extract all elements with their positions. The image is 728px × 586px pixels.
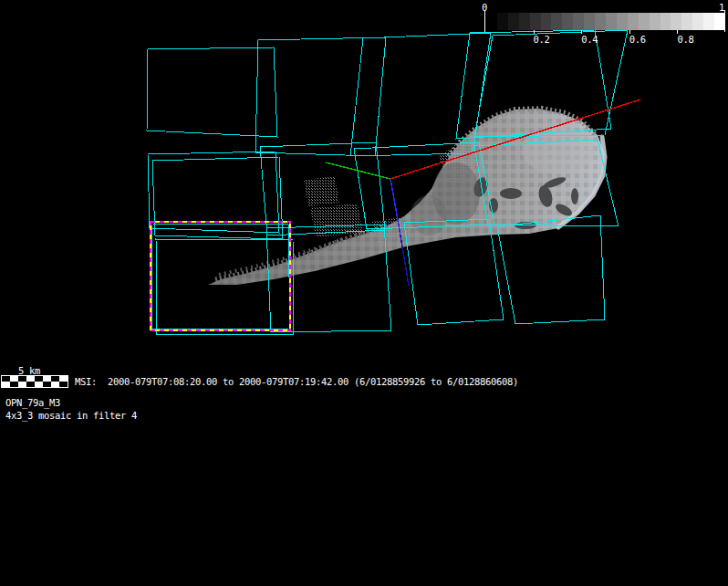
colorbar-step <box>617 13 628 30</box>
colorbar-step <box>584 13 595 30</box>
scalebar-cell <box>51 382 59 387</box>
colorbar-step <box>497 13 508 30</box>
colorbar-max-label: 1 <box>717 1 726 14</box>
frame-2-1b[interactable] <box>152 157 283 239</box>
scalebar-cell <box>43 382 51 387</box>
colorbar-tick-label: 0.8 <box>677 34 693 45</box>
frame-1-2[interactable] <box>255 37 386 156</box>
scalebar-cell <box>35 382 43 387</box>
colorbar-step <box>595 13 606 30</box>
scalebar-cell <box>2 382 10 387</box>
colorbar-step <box>703 13 714 30</box>
colorbar-tick-label: 0.4 <box>581 34 598 45</box>
scalebar-cell <box>59 382 68 387</box>
colorbar-step <box>681 13 692 30</box>
msi-mosaic-display: 0 1 0.20.40.60.8 5 km MSI: 2000-079T07:0… <box>0 0 728 586</box>
scalebar-cell <box>10 382 18 387</box>
colorbar-step <box>639 13 650 30</box>
mosaic-canvas <box>0 0 728 586</box>
colorbar-step <box>650 13 660 30</box>
mosaic-description: 4x3_3 mosaic in filter 4 <box>5 409 137 422</box>
colorbar-step <box>519 13 530 30</box>
colorbar-gradient <box>486 13 725 30</box>
frame-2-1[interactable] <box>148 152 279 233</box>
colorbar-step <box>671 13 681 30</box>
sequence-id: OPN_79a_M3 <box>5 396 60 409</box>
colorbar-step <box>486 13 497 30</box>
colorbar-step <box>692 13 703 30</box>
frame-3-1b[interactable] <box>156 239 294 334</box>
status-line: MSI: 2000-079T07:08:20.00 to 2000-079T07… <box>75 375 518 388</box>
colorbar-min-label: 0 <box>479 1 490 14</box>
colorbar-step <box>530 13 541 30</box>
scalebar-cell <box>26 382 35 387</box>
scalebar-cell <box>18 382 26 387</box>
dither-patch <box>304 176 339 206</box>
colorbar-step <box>628 13 639 30</box>
colorbar-step <box>508 13 519 30</box>
colorbar-step <box>660 13 671 30</box>
colorbar-tick-label: 0.2 <box>534 34 550 45</box>
colorbar-step <box>606 13 617 30</box>
colorbar-step <box>573 13 584 30</box>
colorbar-tick-label: 0.6 <box>629 34 646 45</box>
scalebar-checker <box>1 375 68 388</box>
colorbar-step <box>562 13 573 30</box>
shadow-zone <box>411 195 447 235</box>
colorbar-step <box>541 13 552 30</box>
colorbar-step <box>551 13 562 30</box>
